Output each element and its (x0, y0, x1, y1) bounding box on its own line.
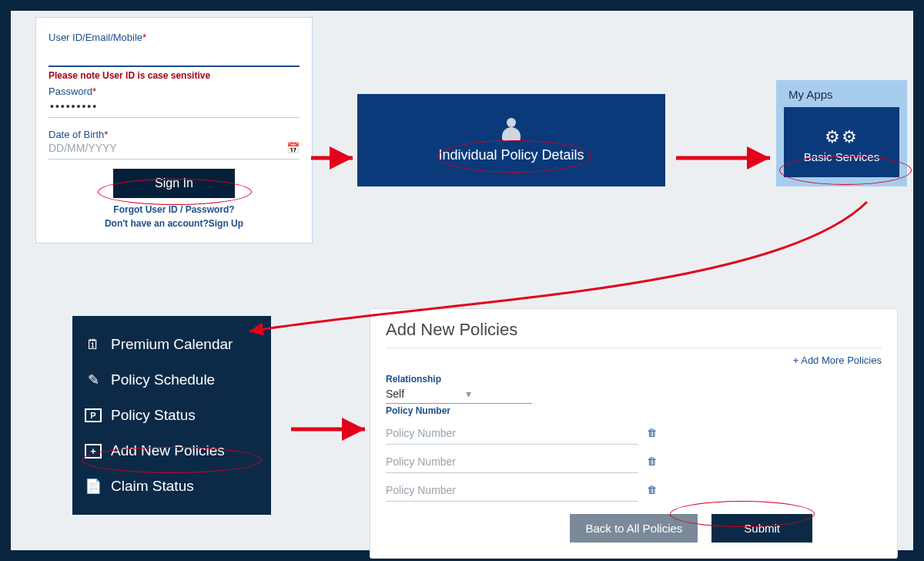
arrow-icon (675, 140, 779, 176)
add-more-policies-link[interactable]: + Add More Policies (386, 354, 882, 366)
forgot-link[interactable]: Forgot User ID / Password? (113, 204, 234, 215)
dob-label: Date of Birth* (49, 129, 300, 140)
relationship-select[interactable]: Self ▾ (386, 385, 532, 404)
doc-icon: 📄 (85, 478, 102, 495)
add-card-title: Add New Policies (386, 320, 882, 348)
password-input[interactable]: ••••••••• (49, 97, 300, 118)
ipd-title: Individual Policy Details (438, 147, 584, 163)
policy-number-input-2[interactable]: Policy Number 🗑 (386, 451, 638, 473)
signin-button[interactable]: Sign In (113, 169, 235, 198)
delete-icon[interactable]: 🗑 (647, 455, 657, 467)
policy-number-label: Policy Number (386, 405, 882, 416)
basic-services-label: Basic Services (804, 150, 879, 163)
sidebar-item-label: Premium Calendar (111, 336, 233, 353)
delete-icon[interactable]: 🗑 (647, 427, 657, 438)
arrow-icon (290, 412, 374, 447)
sidebar-item-label: Add New Policies (111, 442, 225, 459)
calendar-icon: 📅 (286, 142, 300, 154)
my-apps-heading: My Apps (788, 88, 899, 101)
plus-box-icon: + (85, 444, 102, 459)
chevron-down-icon: ▾ (466, 388, 471, 400)
sidebar-item-label: Claim Status (111, 478, 194, 495)
userid-label: User ID/Email/Mobile* (49, 32, 300, 43)
basic-services-tile[interactable]: ⚙⚙ Basic Services (784, 107, 899, 177)
sidebar-item-policy-status[interactable]: P Policy Status (72, 398, 271, 433)
signup-link[interactable]: Sign Up (209, 218, 243, 229)
gears-icon: ⚙⚙ (825, 129, 859, 146)
person-icon (500, 118, 522, 141)
my-apps-panel: My Apps ⚙⚙ Basic Services (776, 80, 907, 186)
login-panel: User ID/Email/Mobile* Please note User I… (35, 17, 313, 244)
userid-input[interactable] (49, 43, 300, 67)
doc-p-icon: P (85, 408, 102, 422)
delete-icon[interactable]: 🗑 (647, 484, 657, 495)
sidebar-item-label: Policy Status (111, 407, 196, 424)
sidebar-item-add-new-policies[interactable]: + Add New Policies (72, 433, 271, 469)
edit-icon: ✎ (85, 371, 102, 388)
arrow-icon (310, 140, 362, 176)
userid-note: Please note User ID is case sensitive (49, 70, 300, 81)
dob-input[interactable]: DD/MM/YYYY 📅 (49, 140, 300, 160)
policy-number-input-1[interactable]: Policy Number 🗑 (386, 422, 638, 445)
sidebar-item-claim-status[interactable]: 📄 Claim Status (72, 469, 271, 504)
calendar-icon: 🗓 (85, 337, 102, 353)
sidebar-item-label: Policy Schedule (111, 371, 215, 388)
signup-prefix: Don't have an account? (105, 218, 209, 229)
side-menu: 🗓 Premium Calendar ✎ Policy Schedule P P… (72, 316, 271, 515)
sidebar-item-policy-schedule[interactable]: ✎ Policy Schedule (72, 362, 271, 398)
password-label: Password* (49, 86, 300, 97)
individual-policy-details-tile[interactable]: Individual Policy Details (357, 94, 665, 186)
add-new-policies-card: Add New Policies + Add More Policies Rel… (370, 308, 898, 559)
submit-button[interactable]: Submit (711, 514, 812, 543)
policy-number-input-3[interactable]: Policy Number 🗑 (386, 479, 638, 502)
back-to-all-policies-button[interactable]: Back to All Policies (570, 514, 698, 543)
sidebar-item-premium-calendar[interactable]: 🗓 Premium Calendar (72, 327, 271, 362)
relationship-label: Relationship (386, 374, 882, 385)
relationship-value: Self (386, 388, 404, 400)
